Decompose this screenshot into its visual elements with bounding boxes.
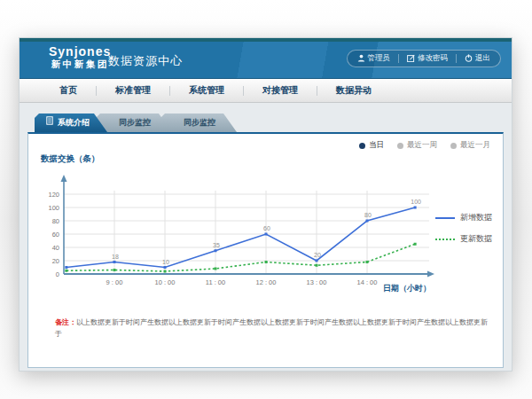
nav-item-home[interactable]: 首页 bbox=[41, 79, 96, 102]
tab-bar: 系统介绍 同步监控 同步监控 bbox=[35, 113, 504, 132]
svg-text:0: 0 bbox=[56, 270, 59, 278]
y-axis-title: 数据交换（条） bbox=[41, 153, 100, 165]
content-area: 系统介绍 同步监控 同步监控 当日 最近一周 bbox=[20, 103, 512, 372]
svg-text:100: 100 bbox=[411, 199, 421, 205]
user-toolbar: 管理员 修改密码 退出 bbox=[347, 50, 502, 67]
app-header: Synjones 新中新集团 数据资源中心 管理员 修改密码 bbox=[20, 38, 512, 79]
change-password-button[interactable]: 修改密码 bbox=[407, 53, 448, 64]
document-icon bbox=[46, 113, 53, 132]
nav-item-data-change[interactable]: 数据异动 bbox=[317, 79, 390, 102]
radio-icon bbox=[450, 143, 457, 149]
series-legend: 新增数据 更新数据 bbox=[435, 212, 492, 254]
solid-line-icon bbox=[435, 217, 455, 219]
user-account-button[interactable]: 管理员 bbox=[357, 53, 391, 64]
svg-text:11 : 00: 11 : 00 bbox=[206, 278, 225, 286]
svg-text:18: 18 bbox=[112, 254, 119, 260]
logo-subtext: 新中新集团 bbox=[49, 59, 111, 70]
logo-text: Synjones bbox=[49, 45, 111, 59]
svg-text:9 : 00: 9 : 00 bbox=[106, 278, 123, 286]
svg-text:80: 80 bbox=[52, 217, 59, 225]
svg-text:10 : 00: 10 : 00 bbox=[155, 278, 176, 286]
svg-text:13 : 00: 13 : 00 bbox=[307, 278, 327, 286]
footnote-label: 备注： bbox=[55, 318, 76, 326]
footnote: 备注：以上数据更新于时间产生数据以上数据更新于时间产生数据以上数据更新于时间产生… bbox=[55, 317, 489, 340]
svg-text:100: 100 bbox=[48, 204, 59, 212]
chart-panel: 当日 最近一周 最近一月 数据交换（条） 0204060801001209 : … bbox=[27, 132, 504, 368]
change-password-label: 修改密码 bbox=[418, 53, 448, 64]
svg-text:40: 40 bbox=[52, 244, 59, 252]
nav-item-standard-mgmt[interactable]: 标准管理 bbox=[97, 79, 169, 102]
logout-label: 退出 bbox=[475, 53, 490, 64]
svg-text:20: 20 bbox=[52, 257, 59, 265]
svg-text:120: 120 bbox=[48, 191, 59, 199]
x-axis-title: 日期（小时） bbox=[383, 283, 431, 294]
company-logo: Synjones 新中新集团 bbox=[49, 45, 111, 70]
legend-item-updated-data: 更新数据 bbox=[435, 233, 492, 245]
nav-item-system-mgmt[interactable]: 系统管理 bbox=[170, 79, 243, 102]
edit-icon bbox=[407, 54, 415, 64]
line-chart: 0204060801001209 : 0010 : 0011 : 0012 : … bbox=[34, 175, 450, 301]
divider bbox=[456, 54, 457, 63]
page-title: 数据资源中心 bbox=[108, 53, 183, 69]
svg-text:35: 35 bbox=[213, 242, 220, 248]
logout-button[interactable]: 退出 bbox=[465, 53, 490, 64]
user-icon bbox=[357, 54, 365, 64]
footnote-text: 以上数据更新于时间产生数据以上数据更新于时间产生数据以上数据更新于时间产生数据以… bbox=[55, 318, 488, 338]
svg-text:14 : 00: 14 : 00 bbox=[357, 278, 378, 286]
svg-text:10: 10 bbox=[162, 259, 169, 265]
power-icon bbox=[465, 54, 473, 64]
divider bbox=[398, 54, 399, 63]
tab-label: 同步监控 bbox=[184, 118, 215, 127]
svg-text:60: 60 bbox=[263, 225, 270, 231]
nav-item-interface-mgmt[interactable]: 对接管理 bbox=[244, 79, 317, 102]
legend-label: 更新数据 bbox=[460, 233, 492, 245]
tab-sync-monitor-2[interactable]: 同步监控 bbox=[160, 113, 237, 132]
legend-item-new-data: 新增数据 bbox=[435, 212, 492, 223]
svg-text:80: 80 bbox=[364, 212, 372, 218]
svg-text:60: 60 bbox=[52, 231, 59, 239]
svg-text:20: 20 bbox=[314, 252, 321, 258]
radio-icon bbox=[397, 143, 403, 149]
range-option-label: 当日 bbox=[369, 140, 384, 151]
dotted-line-icon bbox=[435, 239, 455, 240]
legend-label: 新增数据 bbox=[460, 212, 492, 223]
range-option-last-month[interactable]: 最近一月 bbox=[450, 140, 490, 151]
tab-sync-monitor-1[interactable]: 同步监控 bbox=[96, 113, 172, 132]
tab-system-intro[interactable]: 系统介绍 bbox=[35, 113, 107, 132]
tab-label: 同步监控 bbox=[119, 118, 151, 127]
tab-label: 系统介绍 bbox=[58, 113, 90, 132]
app-window: Synjones 新中新集团 数据资源中心 管理员 修改密码 bbox=[19, 37, 512, 372]
range-selector: 当日 最近一周 最近一月 bbox=[359, 140, 490, 151]
range-option-label: 最近一月 bbox=[460, 140, 490, 151]
radio-icon bbox=[359, 143, 365, 149]
user-name: 管理员 bbox=[368, 53, 391, 64]
range-option-last-week[interactable]: 最近一周 bbox=[397, 140, 437, 151]
range-option-today[interactable]: 当日 bbox=[359, 140, 384, 151]
main-nav: 首页 标准管理 系统管理 对接管理 数据异动 bbox=[20, 79, 512, 103]
range-option-label: 最近一周 bbox=[407, 140, 437, 151]
svg-text:12 : 00: 12 : 00 bbox=[256, 278, 277, 286]
